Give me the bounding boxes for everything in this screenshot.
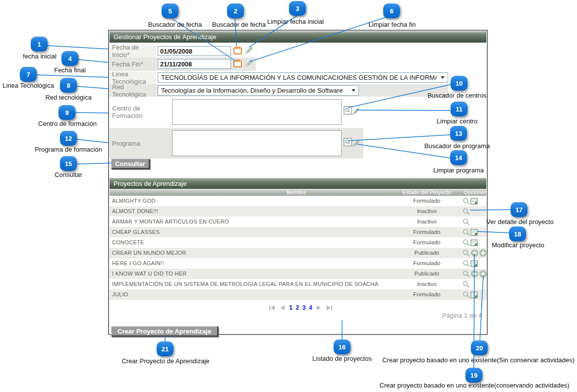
modificar-proyecto-icon[interactable] bbox=[470, 228, 478, 236]
ver-detalle-icon[interactable] bbox=[462, 228, 470, 236]
chevron-down-icon bbox=[351, 89, 355, 92]
project-status: Publicado bbox=[377, 269, 476, 279]
callout-label-9: Centro de formación bbox=[38, 120, 97, 127]
copiar-sin-conservar-actividades-icon[interactable] bbox=[479, 270, 487, 278]
callout-badge-4: 4 bbox=[61, 51, 78, 66]
ver-detalle-icon[interactable] bbox=[462, 249, 470, 257]
callout-label-1: fecha inicial bbox=[23, 53, 57, 60]
copiar-conservando-actividades-icon[interactable] bbox=[470, 249, 479, 257]
form-title: Gestionar Proyectos de Aprendizaje bbox=[114, 33, 216, 41]
table-column-header: Nombre↑ Estado del Proyecto Opciones bbox=[110, 189, 486, 196]
project-status: Publicado bbox=[377, 248, 476, 258]
page-link-4[interactable]: 4 bbox=[309, 304, 312, 311]
ver-detalle-icon[interactable] bbox=[462, 270, 470, 278]
modificar-proyecto-icon[interactable] bbox=[470, 291, 478, 299]
table-row: CONOCETE Formulado bbox=[110, 237, 486, 248]
list-title: Proyectos de Aprendizaje bbox=[114, 180, 186, 187]
fecha-inicio-clear-icon[interactable] bbox=[244, 46, 254, 55]
callout-label-10: Buscador de centros bbox=[427, 92, 486, 99]
callout-label-12: Programa de formación bbox=[35, 146, 102, 153]
callout-label-7: Linea Tecnológica bbox=[2, 82, 54, 89]
linea-tecnologica-value: TECNOLOGÍAS DE LA INFORMACIÓN Y LAS COMU… bbox=[161, 74, 437, 81]
callout-label-6: Limpiar fecha fin bbox=[368, 21, 415, 28]
centro-formacion-textarea[interactable] bbox=[172, 99, 342, 125]
fecha-fin-input[interactable] bbox=[158, 59, 231, 69]
callout-label-5: Buscador de fecha bbox=[148, 21, 202, 28]
fecha-fin-clear-icon[interactable] bbox=[244, 58, 254, 68]
callout-badge-12: 12 bbox=[60, 131, 77, 146]
table-row: JULIO Formulado bbox=[110, 289, 486, 300]
next-page-icon[interactable] bbox=[316, 305, 322, 311]
callout-badge-2: 2 bbox=[227, 3, 244, 18]
screenshot-panel: Gestionar Proyectos de Aprendizaje Fecha… bbox=[108, 30, 488, 335]
column-estado[interactable]: Estado del Proyecto bbox=[377, 189, 476, 196]
red-tecnologica-label: Red Tecnológica bbox=[110, 84, 157, 97]
callout-badge-18: 18 bbox=[509, 226, 526, 241]
centro-limpiar-icon[interactable] bbox=[351, 107, 360, 116]
consultar-button[interactable]: Consultar bbox=[111, 159, 150, 169]
ver-detalle-icon[interactable] bbox=[462, 208, 470, 216]
programa-limpiar-icon[interactable] bbox=[351, 139, 360, 148]
programa-textarea[interactable] bbox=[172, 130, 342, 156]
ver-detalle-icon[interactable] bbox=[462, 218, 470, 226]
project-name: CHEAP GLASSES bbox=[112, 227, 160, 237]
callout-label-15: Consultar bbox=[55, 171, 82, 178]
ver-detalle-icon[interactable] bbox=[462, 260, 470, 268]
table-row: I KNOW WAT U DID TO HER Publicado bbox=[110, 269, 486, 279]
help-page: { "panel": { "form_title": "Gestionar Pr… bbox=[0, 0, 577, 392]
crear-proyecto-button[interactable]: Crear Proyecto de Aprendizaje bbox=[111, 326, 218, 336]
callout-badge-11: 11 bbox=[451, 102, 467, 116]
fecha-inicio-input[interactable] bbox=[158, 46, 231, 56]
first-page-icon[interactable] bbox=[269, 305, 276, 311]
callout-label-20: Crear proyecto basado en uno existente(S… bbox=[382, 356, 575, 364]
prev-page-icon[interactable] bbox=[280, 305, 286, 311]
callout-badge-17: 17 bbox=[511, 202, 527, 217]
last-page-icon[interactable] bbox=[326, 305, 333, 311]
ver-detalle-icon[interactable] bbox=[462, 239, 470, 247]
table-row: HERE I GO AGAIN!! Formulado bbox=[110, 258, 486, 269]
fecha-fin-calendar-icon[interactable] bbox=[233, 58, 242, 68]
page-link-2[interactable]: 2 bbox=[295, 304, 299, 311]
modificar-proyecto-icon[interactable] bbox=[470, 197, 478, 205]
page-summary: Página 1 de 4 bbox=[442, 312, 482, 319]
callout-badge-9: 9 bbox=[58, 105, 75, 120]
fecha-inicio-label: Fecha de Inicio* bbox=[110, 45, 157, 57]
callout-label-17: Ver detalle del proyecto bbox=[486, 218, 554, 225]
project-status: Formulado bbox=[377, 237, 476, 248]
callout-badge-7: 7 bbox=[20, 67, 37, 82]
callout-label-11: Limpiar centro bbox=[437, 117, 477, 125]
copiar-sin-conservar-actividades-icon[interactable] bbox=[479, 249, 487, 257]
red-tecnologica-select[interactable]: Tecnologías de la Información, Diseño y … bbox=[158, 85, 359, 96]
callout-label-8: Red tecnológica bbox=[45, 94, 91, 101]
project-status: Inactivo bbox=[377, 279, 476, 289]
linea-tecnologica-select[interactable]: TECNOLOGÍAS DE LA INFORMACIÓN Y LAS COMU… bbox=[158, 72, 448, 83]
ver-detalle-icon[interactable] bbox=[462, 197, 470, 205]
page-link-1[interactable]: 1 bbox=[289, 304, 292, 311]
callout-badge-21: 21 bbox=[157, 341, 173, 356]
callout-label-4: Fecha final bbox=[54, 66, 86, 74]
callout-badge-1: 1 bbox=[31, 37, 48, 52]
fecha-inicio-calendar-icon[interactable] bbox=[233, 46, 242, 55]
project-name: ARMAR Y MONTAR ARTICULOS EN CUERO bbox=[112, 217, 229, 227]
table-row: CHEAP GLASSES Formulado bbox=[110, 227, 486, 237]
callout-badge-20: 20 bbox=[471, 340, 488, 355]
project-name: JULIO bbox=[112, 289, 128, 300]
project-status: Formulado bbox=[377, 258, 476, 269]
callout-badge-16: 16 bbox=[334, 339, 350, 354]
sort-asc-icon: ↑ bbox=[287, 189, 290, 196]
project-name: IMPLEMENTACIÓN DE UN SISTEMA DE METROLOG… bbox=[112, 279, 378, 289]
project-name: ALMOST DONE!!! bbox=[112, 206, 158, 217]
project-status: Formulado bbox=[377, 289, 476, 300]
callout-label-3: Limpiar fecha inicial bbox=[267, 18, 324, 25]
page-link-3[interactable]: 3 bbox=[302, 304, 305, 311]
project-name: CONOCETE bbox=[112, 237, 144, 248]
modificar-proyecto-icon[interactable] bbox=[470, 239, 478, 247]
ver-detalle-icon[interactable] bbox=[462, 280, 470, 288]
copiar-conservando-actividades-icon[interactable] bbox=[470, 270, 479, 278]
red-tecnologica-value: Tecnologías de la Información, Diseño y … bbox=[161, 87, 347, 94]
callout-label-16: Listado de proyectos bbox=[312, 355, 372, 362]
callout-badge-10: 10 bbox=[451, 76, 467, 91]
modificar-proyecto-icon[interactable] bbox=[470, 260, 478, 268]
ver-detalle-icon[interactable] bbox=[462, 291, 470, 299]
project-status: Inactivo bbox=[377, 217, 476, 227]
